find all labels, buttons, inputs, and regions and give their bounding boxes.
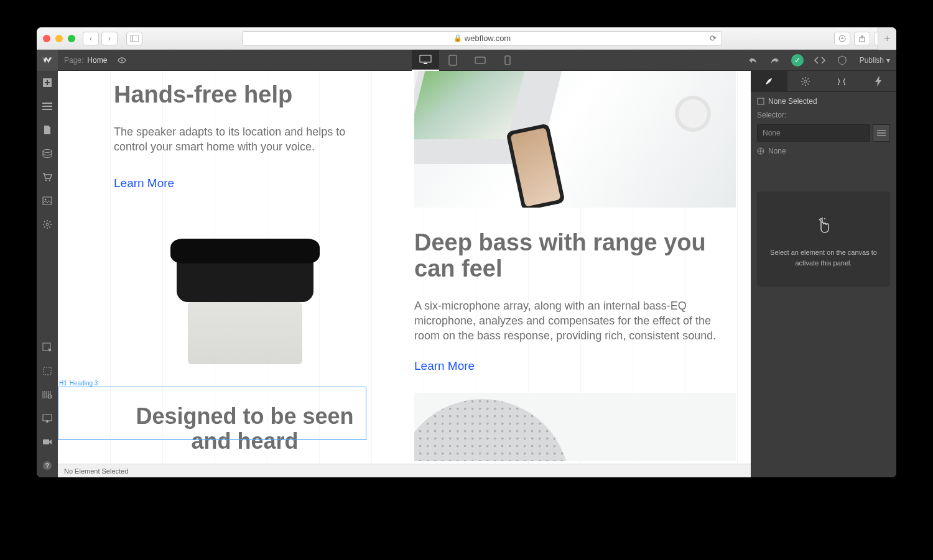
maximize-window-button[interactable] — [68, 35, 75, 42]
svg-point-29 — [844, 83, 845, 85]
settings-tab[interactable] — [787, 71, 824, 91]
heading-hands-free[interactable]: Hands-free help — [114, 82, 376, 108]
phone-breakpoint[interactable] — [494, 50, 521, 71]
xray-tool[interactable] — [37, 383, 58, 406]
webflow-logo[interactable] — [37, 50, 58, 71]
svg-point-27 — [804, 80, 807, 82]
forward-button[interactable]: › — [101, 32, 118, 45]
style-tab[interactable] — [751, 71, 787, 91]
navigator-button[interactable] — [37, 94, 58, 118]
landscape-phone-breakpoint[interactable] — [466, 50, 494, 71]
add-element-button[interactable] — [37, 71, 58, 94]
svg-rect-9 — [449, 55, 457, 65]
svg-point-35 — [824, 218, 825, 219]
sidebar-toggle-button[interactable] — [126, 32, 142, 45]
selection-name: Heading 3 — [70, 380, 98, 387]
panel-prompt: Select an element on the canvas to activ… — [757, 191, 890, 287]
desk-image[interactable] — [414, 71, 736, 208]
export-code-button[interactable] — [809, 50, 831, 71]
pointer-icon — [769, 216, 878, 235]
share-button[interactable] — [854, 32, 870, 45]
preview-button[interactable] — [117, 55, 127, 65]
svg-point-33 — [822, 218, 823, 219]
publish-button[interactable]: Publish ▾ — [853, 56, 896, 65]
minimize-window-button[interactable] — [55, 35, 63, 42]
learn-more-link-1[interactable]: Learn More — [114, 177, 174, 190]
page-name[interactable]: Home — [87, 56, 107, 65]
new-tab-button[interactable]: + — [878, 27, 896, 50]
heading-deep-bass[interactable]: Deep bass with range you can feel — [414, 230, 736, 282]
svg-point-14 — [45, 180, 47, 181]
svg-rect-8 — [424, 63, 427, 64]
tablet-breakpoint[interactable] — [439, 50, 466, 71]
svg-rect-20 — [44, 367, 51, 375]
speaker-image[interactable] — [114, 215, 376, 383]
inherit-icon — [757, 147, 764, 155]
grid-tool[interactable] — [37, 406, 58, 430]
panel-tabs — [751, 71, 896, 92]
svg-rect-16 — [43, 197, 52, 204]
video-tool[interactable] — [37, 430, 58, 454]
svg-point-17 — [45, 199, 47, 201]
style-panel: None Selected Selector: None — [751, 71, 896, 477]
interactions-tab[interactable] — [860, 71, 897, 91]
inherit-value: None — [768, 147, 786, 155]
selector-states-button[interactable] — [873, 124, 890, 142]
app-toolbar: Page: Home ✓ Publish ▾ — [37, 50, 896, 71]
dome-image[interactable] — [414, 393, 736, 461]
left-toolbar: ? — [37, 71, 58, 477]
help-button[interactable]: ? — [37, 454, 58, 477]
status-bar: No Element Selected — [58, 464, 751, 477]
pages-button[interactable] — [37, 118, 58, 142]
undo-button[interactable] — [741, 50, 764, 71]
url-text: webflow.com — [465, 34, 511, 43]
edit-mode-tool[interactable] — [37, 359, 58, 383]
device-breakpoints — [412, 50, 521, 71]
reload-icon[interactable]: ⟳ — [710, 34, 717, 43]
svg-point-32 — [760, 150, 762, 152]
paragraph-hands-free[interactable]: The speaker adapts to its location and h… — [114, 124, 376, 155]
ecommerce-button[interactable] — [37, 165, 58, 189]
svg-rect-24 — [43, 439, 49, 444]
chevron-down-icon: ▾ — [886, 56, 890, 65]
selector-input[interactable]: None — [757, 124, 870, 142]
selector-label: Selector: — [757, 111, 786, 119]
select-tool[interactable] — [37, 336, 58, 359]
square-icon — [757, 98, 764, 105]
learn-more-link-2[interactable]: Learn More — [414, 359, 475, 372]
traffic-lights — [43, 35, 75, 42]
svg-point-6 — [121, 59, 123, 61]
downloads-button[interactable] — [834, 32, 850, 45]
page-label: Page: — [58, 56, 87, 65]
svg-rect-22 — [43, 415, 52, 421]
browser-window: ‹ › 🔒 webflow.com ⟳ + — [37, 27, 896, 477]
audit-button[interactable] — [831, 50, 853, 71]
canvas-area: Hands-free help The speaker adapts to it… — [58, 71, 751, 477]
back-button[interactable]: ‹ — [83, 32, 99, 45]
svg-rect-30 — [758, 98, 764, 104]
status-text: No Element Selected — [64, 467, 128, 475]
cms-button[interactable] — [37, 142, 58, 165]
status-check-icon[interactable]: ✓ — [786, 50, 809, 71]
paragraph-deep-bass[interactable]: A six-microphone array, along with an in… — [414, 298, 736, 344]
svg-rect-7 — [420, 55, 431, 62]
settings-button[interactable] — [37, 213, 58, 236]
svg-point-34 — [819, 219, 820, 220]
selection-outline — [58, 387, 366, 440]
webflow-app: Page: Home ✓ Publish ▾ — [37, 50, 896, 477]
svg-rect-10 — [475, 57, 485, 63]
svg-point-28 — [838, 83, 839, 85]
address-bar[interactable]: 🔒 webflow.com ⟳ — [242, 31, 722, 46]
svg-rect-11 — [505, 56, 510, 65]
design-canvas[interactable]: Hands-free help The speaker adapts to it… — [58, 71, 751, 464]
desktop-breakpoint[interactable] — [412, 50, 439, 71]
close-window-button[interactable] — [43, 35, 50, 42]
assets-button[interactable] — [37, 189, 58, 213]
canvas-left-column: Hands-free help The speaker adapts to it… — [58, 71, 404, 464]
svg-text:?: ? — [45, 462, 49, 469]
svg-point-13 — [43, 150, 52, 153]
svg-point-23 — [46, 420, 49, 423]
redo-button[interactable] — [764, 50, 786, 71]
panel-prompt-text: Select an element on the canvas to activ… — [770, 249, 877, 267]
style-manager-tab[interactable] — [824, 71, 860, 91]
